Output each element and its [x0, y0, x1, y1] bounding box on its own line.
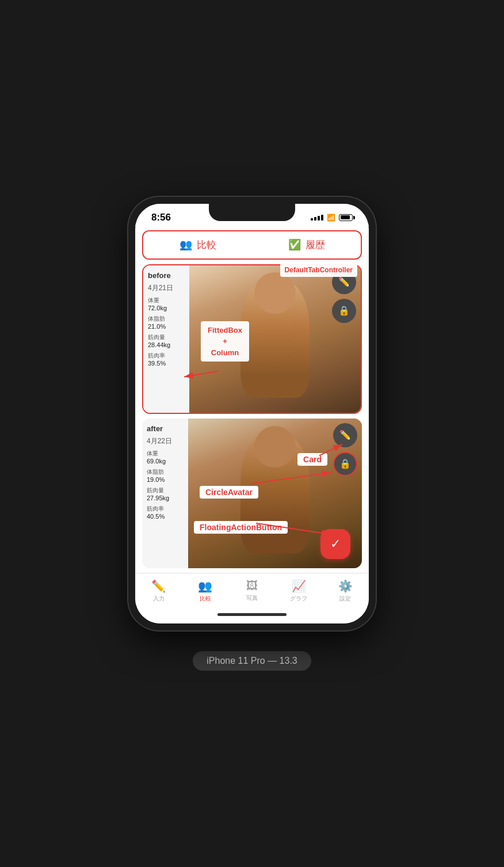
battery-icon: [339, 214, 353, 221]
settings-tab-label: 設定: [339, 595, 351, 603]
after-fat-stat: 体脂肪 19.0%: [147, 468, 184, 483]
compare-bottom-label: 比較: [200, 595, 211, 603]
after-card-stats: after 4月22日 体重 69.0kg 体脂肪 19.0%: [142, 419, 188, 568]
after-card-actions: ✏️ 🔒: [333, 423, 357, 476]
bottom-tab-graph[interactable]: 📈 グラフ: [276, 579, 322, 603]
after-card: after 4月22日 体重 69.0kg 体脂肪 19.0%: [142, 419, 362, 568]
top-tab-bar: 👥 比較 ✅ 履歴: [142, 230, 362, 260]
before-card: before 4月21日 体重 72.0kg 体脂肪 21.0%: [142, 264, 362, 414]
photos-tab-label: 写真: [246, 594, 258, 602]
device-label: iPhone 11 Pro — 13.3: [193, 651, 311, 671]
before-muscle-label: 筋肉量: [148, 333, 185, 341]
after-weight-value: 69.0kg: [147, 458, 184, 465]
after-date: 4月22日: [147, 436, 184, 446]
after-label: after: [147, 424, 184, 433]
history-tab-icon: ✅: [288, 238, 301, 251]
before-fat-value: 21.0%: [148, 323, 185, 330]
before-muscle-value: 28.44kg: [148, 341, 185, 348]
after-edit-button[interactable]: ✏️: [333, 423, 357, 447]
photos-tab-icon: 🖼: [246, 579, 258, 592]
circle-avatar-annotation: CircleAvatar: [200, 486, 258, 499]
graph-tab-label: グラフ: [290, 595, 307, 603]
before-date: 4月21日: [148, 283, 185, 293]
fab-annotation: FloatingActionButton: [194, 521, 288, 534]
before-fat-label: 体脂肪: [148, 315, 185, 323]
wifi-icon: 📶: [327, 214, 335, 222]
before-weight-value: 72.0kg: [148, 305, 185, 311]
before-fat-stat: 体脂肪 21.0%: [148, 315, 185, 330]
bottom-tab-bar: ✏️ 入力 👥 比較 🖼 写真 📈 グラフ ⚙️ 設定: [135, 573, 369, 606]
history-tab-label: 履歴: [306, 238, 325, 252]
after-fat-value: 19.0%: [147, 476, 184, 483]
default-tab-controller-annotation: DefaultTabController: [280, 263, 357, 277]
settings-tab-icon: ⚙️: [338, 579, 353, 593]
compare-tab-icon: 👥: [180, 238, 192, 251]
after-muscle-rate-stat: 筋肉率 40.5%: [147, 505, 184, 520]
floating-action-button[interactable]: ✓: [320, 529, 350, 559]
after-fat-label: 体脂肪: [147, 468, 184, 476]
card-annotation: Card: [297, 453, 327, 466]
status-icons: 📶: [311, 214, 353, 222]
after-weight-stat: 体重 69.0kg: [147, 450, 184, 465]
after-muscle-stat: 筋肉量 27.95kg: [147, 486, 184, 501]
home-bar: [217, 613, 287, 616]
bottom-tab-compare[interactable]: 👥 比較: [182, 579, 228, 603]
before-muscle-rate-label: 筋肉率: [148, 352, 185, 360]
before-muscle-rate-value: 39.5%: [148, 360, 185, 367]
after-muscle-rate-value: 40.5%: [147, 513, 184, 520]
notch: [209, 204, 295, 221]
after-weight-label: 体重: [147, 450, 184, 458]
compare-tab[interactable]: 👥 比較: [143, 231, 252, 258]
phone-frame: 8:56 📶 👥 比: [128, 197, 376, 630]
before-muscle-stat: 筋肉量 28.44kg: [148, 333, 185, 348]
after-muscle-value: 27.95kg: [147, 495, 184, 501]
input-tab-icon: ✏️: [151, 579, 166, 593]
compare-bottom-icon: 👥: [198, 579, 212, 593]
compare-tab-label: 比較: [197, 238, 216, 252]
after-lock-button[interactable]: 🔒: [333, 452, 357, 476]
after-muscle-rate-label: 筋肉率: [147, 505, 184, 513]
phone-screen: 8:56 📶 👥 比: [135, 204, 369, 623]
home-indicator: [135, 606, 369, 623]
before-weight-label: 体重: [148, 296, 185, 305]
bottom-tab-settings[interactable]: ⚙️ 設定: [322, 579, 369, 603]
status-time: 8:56: [151, 212, 171, 223]
signal-icon: [311, 215, 323, 220]
before-label: before: [148, 271, 185, 280]
before-lock-button[interactable]: 🔒: [332, 299, 356, 323]
before-card-stats: before 4月21日 体重 72.0kg 体脂肪 21.0%: [143, 265, 189, 413]
bottom-tab-input[interactable]: ✏️ 入力: [135, 579, 182, 603]
before-weight-stat: 体重 72.0kg: [148, 296, 185, 311]
cards-container: before 4月21日 体重 72.0kg 体脂肪 21.0%: [135, 264, 369, 568]
input-tab-label: 入力: [153, 595, 165, 603]
fitted-box-annotation: FittedBox + Column: [201, 321, 249, 362]
history-tab[interactable]: ✅ 履歴: [252, 231, 361, 258]
graph-tab-icon: 📈: [292, 579, 306, 593]
cards-area: before 4月21日 体重 72.0kg 体脂肪 21.0%: [135, 264, 369, 568]
before-muscle-rate-stat: 筋肉率 39.5%: [148, 352, 185, 367]
after-muscle-label: 筋肉量: [147, 486, 184, 495]
before-card-actions: ✏️ 🔒: [332, 270, 356, 323]
bottom-tab-photos[interactable]: 🖼 写真: [228, 579, 275, 603]
